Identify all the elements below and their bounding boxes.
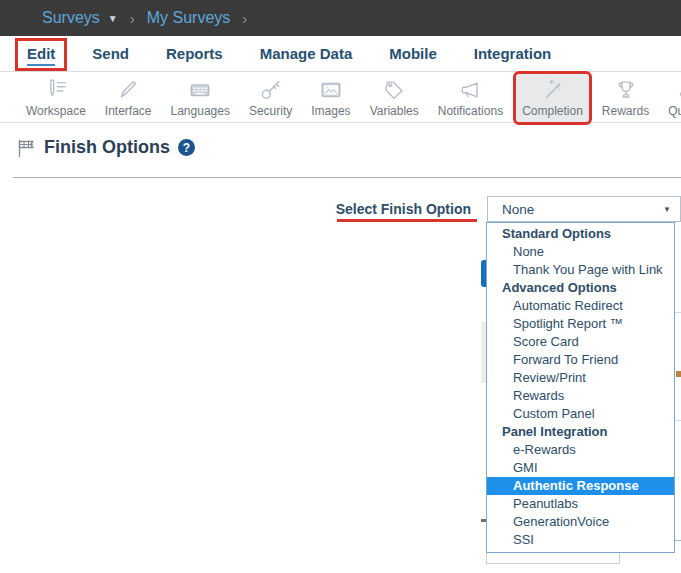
dropdown-group-advanced-options: Advanced Options — [487, 279, 674, 297]
breadcrumb-separator-icon: › — [242, 10, 247, 27]
chain-links-icon — [675, 77, 681, 103]
dropdown-option-forward-to-friend[interactable]: Forward To Friend — [487, 351, 674, 369]
toolbar-item-label: Notifications — [438, 104, 503, 118]
toolbar-item-security[interactable]: Security — [243, 74, 298, 122]
menu-item-label: Mobile — [389, 45, 437, 62]
toolbar-item-label: Workspace — [26, 104, 86, 118]
keyboard-icon — [187, 77, 213, 103]
dropdown-option-spotlight-report[interactable]: Spotlight Report ™ — [487, 315, 674, 333]
main-menu-bar: EditSendReportsManage DataMobileIntegrat… — [0, 36, 681, 72]
toolbar-item-label: Quotas — [668, 104, 681, 118]
breadcrumb-surveys-link[interactable]: Surveys — [42, 9, 100, 27]
toolbar-item-label: Security — [249, 104, 292, 118]
obscured-line-fragment — [675, 540, 681, 541]
finish-option-dropdown-list: Standard OptionsNoneThank You Page with … — [486, 222, 675, 553]
obscured-icon-fragment — [676, 371, 681, 377]
menu-item-send[interactable]: Send — [92, 45, 129, 62]
toolbar-item-variables[interactable]: Variables — [364, 74, 425, 122]
dropdown-group-standard-options: Standard Options — [487, 225, 674, 243]
toolbar-item-rewards[interactable]: Rewards — [596, 74, 655, 122]
toolbar-item-workspace[interactable]: Workspace — [20, 74, 92, 122]
toolbar-item-completion[interactable]: Completion — [516, 74, 589, 122]
obscured-line-fragment — [675, 420, 681, 421]
edit-icon-toolbar: WorkspaceInterfaceLanguagesSecurityImage… — [0, 72, 681, 123]
paintbrush-icon — [115, 77, 141, 103]
dropdown-option-custom-panel[interactable]: Custom Panel — [487, 405, 674, 423]
dropdown-option-peanutlabs[interactable]: Peanutlabs — [487, 495, 674, 513]
section-divider — [13, 177, 681, 178]
red-underline-annotation — [337, 219, 477, 222]
dropdown-option-score-card[interactable]: Score Card — [487, 333, 674, 351]
dropdown-option-automatic-redirect[interactable]: Automatic Redirect — [487, 297, 674, 315]
toolbar-item-label: Completion — [522, 104, 583, 118]
dropdown-option-none[interactable]: None — [487, 243, 674, 261]
dropdown-option-generationvoice[interactable]: GenerationVoice — [487, 513, 674, 531]
dropdown-option-review-print[interactable]: Review/Print — [487, 369, 674, 387]
dropdown-option-e-rewards[interactable]: e-Rewards — [487, 441, 674, 459]
toolbar-item-interface[interactable]: Interface — [99, 74, 158, 122]
toolbar-item-label: Interface — [105, 104, 152, 118]
megaphone-icon — [457, 77, 483, 103]
key-icon — [258, 77, 284, 103]
page-heading: Finish Options ? — [16, 137, 195, 158]
menu-item-mobile[interactable]: Mobile — [389, 45, 437, 62]
menu-item-manage-data[interactable]: Manage Data — [260, 45, 353, 62]
image-icon — [318, 77, 344, 103]
breadcrumb-separator-icon: › — [130, 10, 135, 27]
finish-option-select[interactable]: None ▼ — [487, 196, 681, 222]
breadcrumb-my-surveys-link[interactable]: My Surveys — [147, 9, 231, 27]
toolbar-item-images[interactable]: Images — [305, 74, 356, 122]
menu-item-label: Reports — [166, 45, 223, 62]
toolbar-item-label: Rewards — [602, 104, 649, 118]
dropdown-option-authentic-response[interactable]: Authentic Response — [487, 477, 674, 495]
obscured-line-fragment — [675, 312, 681, 313]
chevron-down-icon[interactable]: ▼ — [108, 13, 118, 24]
toolbar-item-label: Variables — [370, 104, 419, 118]
select-finish-option-label: Select Finish Option — [330, 201, 471, 217]
toolbar-item-label: Images — [311, 104, 350, 118]
toolbar-item-notifications[interactable]: Notifications — [432, 74, 509, 122]
toolbar-item-languages[interactable]: Languages — [165, 74, 236, 122]
dropdown-option-ssi[interactable]: SSI — [487, 531, 674, 549]
toolbar-item-quotas[interactable]: Quotas — [662, 74, 681, 122]
help-icon[interactable]: ? — [178, 139, 195, 156]
trophy-icon — [613, 77, 639, 103]
menu-item-label: Manage Data — [260, 45, 353, 62]
magic-wand-icon — [539, 77, 565, 103]
menu-item-reports[interactable]: Reports — [166, 45, 223, 62]
pencil-list-icon — [43, 77, 69, 103]
dropdown-option-thank-you-page-with-link[interactable]: Thank You Page with Link — [487, 261, 674, 279]
tag-icon — [381, 77, 407, 103]
dropdown-option-rewards[interactable]: Rewards — [487, 387, 674, 405]
dropdown-option-gmi[interactable]: GMI — [487, 459, 674, 477]
top-navigation-bar: Surveys ▼ › My Surveys › — [0, 0, 681, 36]
menu-item-label: Integration — [474, 45, 552, 62]
finish-flag-icon — [16, 138, 36, 158]
page-title: Finish Options — [44, 137, 170, 158]
finish-option-selected-value: None — [502, 202, 534, 217]
select-dropdown-arrow-icon[interactable]: ▼ — [663, 205, 671, 214]
menu-item-label: Send — [92, 45, 129, 62]
menu-item-integration[interactable]: Integration — [474, 45, 552, 62]
dropdown-group-panel-integration: Panel Integration — [487, 423, 674, 441]
menu-item-edit[interactable]: Edit — [18, 41, 64, 68]
menu-item-label: Edit — [27, 45, 55, 66]
toolbar-item-label: Languages — [171, 104, 230, 118]
